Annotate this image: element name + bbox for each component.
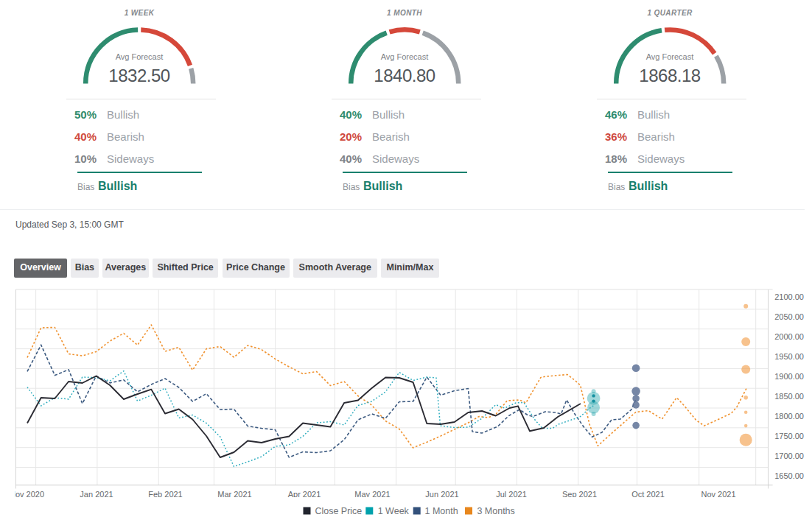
svg-text:1 Month: 1 Month <box>425 506 458 516</box>
svg-text:1 Week: 1 Week <box>378 506 410 516</box>
svg-text:Sep 2021: Sep 2021 <box>562 490 597 499</box>
svg-text:Nov 2020: Nov 2020 <box>10 490 44 499</box>
svg-text:May 2021: May 2021 <box>354 490 390 499</box>
svg-text:Oct 2021: Oct 2021 <box>631 490 665 499</box>
svg-text:Nov 2021: Nov 2021 <box>701 490 735 499</box>
svg-text:1750.00: 1750.00 <box>774 432 804 440</box>
svg-text:1700.00: 1700.00 <box>774 452 804 460</box>
svg-text:2100.00: 2100.00 <box>774 292 804 301</box>
svg-text:1650.00: 1650.00 <box>774 471 804 480</box>
svg-text:Jan 2021: Jan 2021 <box>80 490 113 499</box>
svg-text:Feb 2021: Feb 2021 <box>148 490 182 499</box>
svg-text:1800.00: 1800.00 <box>774 412 804 421</box>
svg-text:1850.00: 1850.00 <box>774 392 804 401</box>
svg-text:Close Price: Close Price <box>315 506 362 516</box>
svg-text:Apr 2021: Apr 2021 <box>288 490 321 499</box>
svg-text:1950.00: 1950.00 <box>774 352 804 361</box>
svg-text:3 Months: 3 Months <box>477 506 514 516</box>
svg-text:Mar 2021: Mar 2021 <box>217 490 251 499</box>
svg-text:Jul 2021: Jul 2021 <box>496 490 527 499</box>
svg-text:Jun 2021: Jun 2021 <box>425 490 458 499</box>
svg-text:1900.00: 1900.00 <box>774 372 804 381</box>
svg-text:2000.00: 2000.00 <box>774 332 804 341</box>
svg-text:2050.00: 2050.00 <box>774 312 804 321</box>
